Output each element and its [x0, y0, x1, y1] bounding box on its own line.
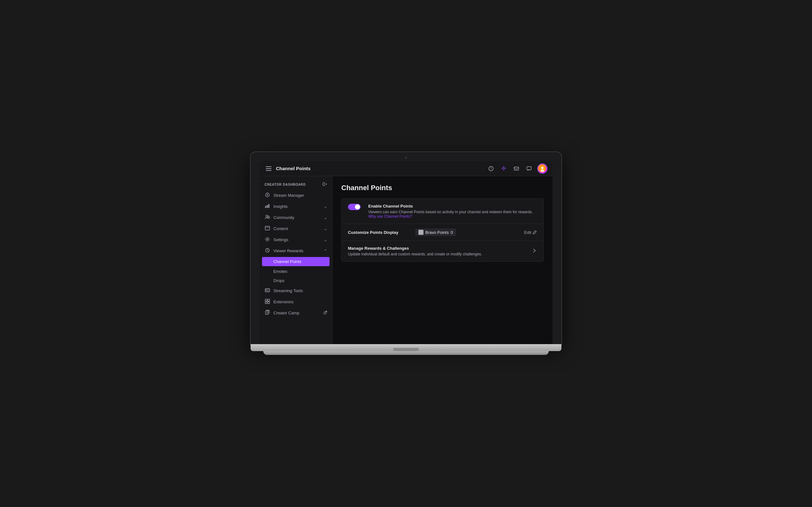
settings-icon [264, 237, 270, 243]
chevron-down-icon: ⌄ [324, 216, 327, 220]
sidebar-sub-item-drops[interactable]: Drops [259, 276, 332, 285]
enable-description: Viewers can earn Channel Points based on… [368, 210, 537, 219]
sidebar-item-viewer-rewards[interactable]: Viewer Rewards ⌃ [259, 245, 332, 257]
topbar-title: Channel Points [276, 166, 310, 171]
viewer-rewards-icon [264, 248, 270, 254]
svg-rect-2 [514, 167, 519, 170]
chevron-down-icon: ⌄ [324, 205, 327, 209]
sidebar-item-label: Streaming Tools [273, 288, 327, 293]
svg-rect-11 [267, 205, 268, 208]
sidebar-item-label: Stream Manager [273, 193, 327, 198]
topbar-left: Channel Points [264, 165, 310, 172]
hamburger-menu-button[interactable] [264, 165, 273, 172]
sidebar-sub-item-emotes[interactable]: Emotes [259, 267, 332, 276]
points-badge: Bravo Points 0 [415, 228, 456, 236]
insights-icon [264, 204, 270, 210]
magic-icon[interactable] [499, 164, 508, 173]
svg-point-9 [267, 194, 268, 195]
streaming-tools-icon [264, 288, 270, 294]
sidebar-sub-item-channel-points[interactable]: Channel Points [262, 257, 329, 266]
content-icon [264, 226, 270, 232]
sidebar-item-label: Community [273, 215, 321, 220]
topbar-right: ? [487, 164, 548, 174]
svg-rect-7 [323, 182, 324, 186]
sidebar-item-extensions[interactable]: Extensions [259, 296, 332, 307]
sub-item-label: Drops [273, 278, 285, 283]
svg-rect-3 [527, 167, 531, 170]
main-area: CREATOR DASHBOARD Stream Manager [259, 176, 553, 344]
sidebar-item-label: Extensions [273, 299, 327, 304]
community-icon [264, 215, 270, 221]
svg-text:?: ? [490, 167, 492, 170]
enable-toggle[interactable] [348, 204, 361, 210]
topbar: Channel Points ? [259, 161, 553, 176]
manage-rewards-title: Manage Rewards & Challenges [348, 246, 532, 250]
svg-point-16 [267, 239, 268, 240]
svg-rect-24 [265, 311, 268, 314]
sidebar-item-insights[interactable]: Insights ⌄ [259, 201, 332, 212]
sidebar-item-community[interactable]: Community ⌄ [259, 212, 332, 223]
svg-rect-12 [268, 204, 269, 208]
svg-point-13 [266, 215, 268, 217]
manage-rewards-row[interactable]: Manage Rewards & Challenges Update indiv… [342, 241, 543, 262]
points-icon [418, 230, 423, 235]
sidebar-item-label: Insights [273, 204, 321, 209]
sidebar-item-label: Content [273, 226, 321, 231]
chevron-up-icon: ⌃ [324, 249, 327, 253]
channel-points-card: Enable Channel Points Viewers can earn C… [341, 199, 544, 262]
sidebar-item-streaming-tools[interactable]: Streaming Tools [259, 285, 332, 296]
sidebar: CREATOR DASHBOARD Stream Manager [259, 176, 333, 344]
svg-rect-10 [265, 206, 266, 208]
sidebar-section-label: CREATOR DASHBOARD [259, 180, 332, 190]
page-content: Channel Points Enable Channel Points Vie… [333, 176, 553, 344]
manage-rewards-description: Update individual default and custom rew… [348, 252, 532, 257]
svg-point-6 [541, 170, 544, 172]
svg-point-5 [541, 167, 544, 169]
svg-point-14 [268, 216, 270, 218]
svg-rect-20 [265, 299, 267, 301]
sidebar-item-creator-camp[interactable]: Creator Camp [259, 307, 332, 319]
sub-item-label: Channel Points [273, 259, 301, 264]
points-name: Bravo Points [425, 230, 449, 235]
sidebar-item-settings[interactable]: Settings ⌄ [259, 234, 332, 245]
points-display-content: Bravo Points 0 [415, 228, 520, 236]
customize-points-row: Customize Points Display Bravo Points 0 [342, 224, 543, 241]
enable-label: Enable Channel Points [368, 204, 537, 209]
why-channel-points-link[interactable]: Why use Channel Points? [368, 214, 412, 219]
points-count: 0 [451, 230, 453, 235]
enable-channel-points-row: Enable Channel Points Viewers can earn C… [342, 199, 543, 224]
sub-item-label: Emotes [273, 269, 287, 274]
toggle-info: Enable Channel Points Viewers can earn C… [368, 204, 537, 219]
svg-rect-15 [265, 226, 270, 230]
stream-manager-icon [264, 192, 270, 199]
avatar[interactable] [537, 164, 548, 174]
chevron-down-icon: ⌄ [324, 227, 327, 231]
external-link-icon [323, 311, 327, 315]
svg-point-19 [266, 290, 267, 291]
sidebar-item-label: Creator Camp [273, 311, 320, 315]
manage-chevron-right-icon [532, 248, 537, 255]
sidebar-item-label: Settings [273, 237, 321, 242]
page-title: Channel Points [341, 184, 544, 192]
creator-camp-icon [264, 310, 270, 316]
collapse-sidebar-button[interactable] [322, 182, 327, 187]
manage-rewards-info: Manage Rewards & Challenges Update indiv… [348, 246, 532, 257]
sidebar-item-content[interactable]: Content ⌄ [259, 223, 332, 234]
sidebar-item-stream-manager[interactable]: Stream Manager [259, 190, 332, 201]
sidebar-item-label: Viewer Rewards [273, 248, 321, 253]
svg-rect-21 [268, 299, 270, 301]
inbox-icon[interactable] [512, 164, 521, 173]
help-icon[interactable]: ? [487, 164, 496, 173]
customize-points-label: Customize Points Display [348, 230, 411, 235]
chat-icon[interactable] [525, 164, 534, 173]
extensions-icon [264, 299, 270, 305]
chevron-down-icon: ⌄ [324, 238, 327, 242]
edit-points-button[interactable]: Edit [524, 230, 537, 235]
svg-rect-23 [268, 302, 270, 303]
svg-rect-22 [265, 302, 267, 303]
